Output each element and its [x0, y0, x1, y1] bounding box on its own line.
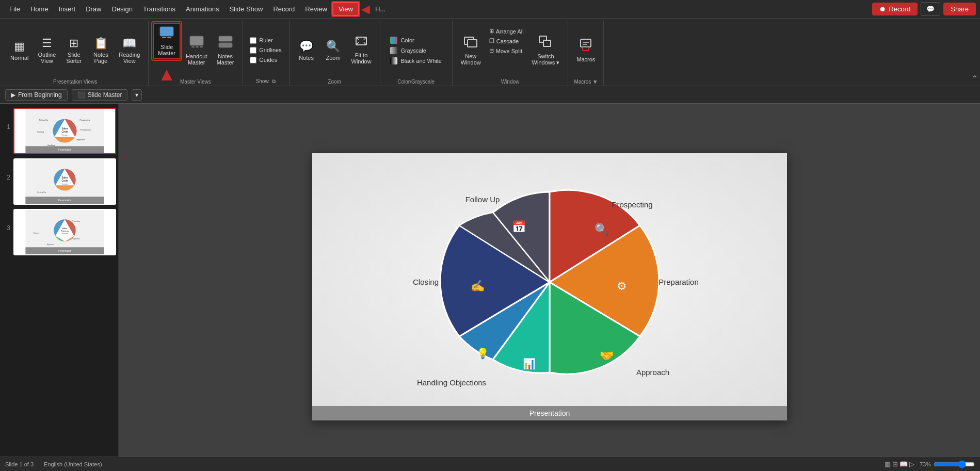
svg-text:Template: Template — [61, 183, 68, 185]
svg-rect-8 — [219, 43, 232, 47]
guides-checkbox-row[interactable]: Guides — [248, 56, 283, 64]
menu-view[interactable]: View — [332, 2, 359, 16]
presentation-views-group: ▦ Normal ☰ OutlineView ⊞ SlideSorter 📋 N… — [2, 21, 149, 86]
slide-thumb-3[interactable]: Sales Process Template Prospecting Prepa… — [13, 209, 116, 255]
new-window-btn[interactable]: NewWindow — [457, 23, 485, 78]
normal-view-btn[interactable]: ▦ Normal — [6, 23, 33, 78]
comment-button[interactable]: 💬 — [921, 2, 940, 16]
sub-toolbar-dropdown[interactable]: ▾ — [132, 89, 142, 101]
slide-item-1[interactable]: 1 Sales Cycle Template Prospecting Prepa… — [2, 108, 116, 154]
cascade-btn[interactable]: ❐ Cascade — [486, 37, 527, 45]
move-split-btn[interactable]: ⊟ Move Split — [486, 46, 527, 55]
grayscale-btn[interactable]: Grayscale — [387, 46, 444, 55]
slide-thumb-2[interactable]: Sales Cycle Template Preparation Follow … — [13, 158, 116, 205]
handout-master-btn[interactable]: HandoutMaster — [182, 23, 212, 78]
svg-rect-4 — [191, 46, 195, 47]
menu-file[interactable]: File — [4, 3, 25, 15]
zoom-group: 💬 Notes 🔍 Zoom — [290, 21, 380, 86]
svg-rect-2 — [167, 37, 171, 38]
svg-text:Cycle: Cycle — [61, 131, 68, 133]
slide-number-1: 1 — [2, 123, 10, 131]
macros-expand-icon[interactable]: ▼ — [592, 79, 598, 85]
menu-draw[interactable]: Draw — [81, 3, 106, 15]
slide-sorter-btn[interactable]: ⊞ SlideSorter — [61, 23, 87, 78]
slide-master-sub-btn[interactable]: ⬛ Slide Master — [72, 89, 128, 101]
svg-text:Handling Objections: Handling Objections — [416, 378, 486, 387]
window-label: Window — [501, 78, 520, 85]
main-area: 1 Sales Cycle Template Prospecting Prepa… — [0, 104, 980, 469]
menu-record[interactable]: Record — [268, 3, 300, 15]
menu-animations[interactable]: Animations — [181, 3, 224, 15]
slide-item-3[interactable]: 3 Sales Process Template Prospecting Pre… — [2, 209, 116, 255]
fit-to-window-btn[interactable]: Fit toWindow — [347, 23, 376, 78]
svg-text:⚙: ⚙ — [617, 280, 627, 293]
slide-sorter-bottom-btn[interactable]: ⊞ — [892, 460, 898, 468]
menu-insert[interactable]: Insert — [54, 3, 81, 15]
window-group: NewWindow ⊞ Arrange All ❐ Cascade ⊟ Move… — [453, 21, 569, 86]
zoom-btn[interactable]: 🔍 Zoom — [320, 23, 346, 78]
svg-text:Sales: Sales — [62, 176, 68, 179]
grayscale-swatch — [390, 47, 397, 54]
ribbon-tabs: ▦ Normal ☰ OutlineView ⊞ SlideSorter 📋 N… — [0, 19, 980, 86]
svg-text:Preparation: Preparation — [72, 238, 80, 240]
slide-item-2[interactable]: 2 Sales Cycle Template Preparation Follo… — [2, 158, 116, 205]
reading-view-bottom-btn[interactable]: 📖 — [899, 460, 908, 468]
gridlines-checkbox[interactable] — [250, 47, 256, 54]
svg-text:Template: Template — [61, 233, 68, 235]
zoom-slider[interactable] — [934, 460, 975, 468]
notes-master-btn[interactable]: NotesMaster — [213, 23, 238, 78]
normal-view-bottom-btn[interactable]: ▦ — [885, 460, 891, 468]
menu-home[interactable]: Home — [25, 3, 54, 15]
svg-text:Follow Up: Follow Up — [37, 191, 46, 193]
reading-view-icon: 📖 — [122, 37, 136, 50]
menu-design[interactable]: Design — [107, 3, 138, 15]
svg-text:Follow Up: Follow Up — [39, 119, 48, 121]
show-col: Ruler Gridlines Guides — [248, 23, 283, 77]
color-btn[interactable]: Color — [387, 36, 444, 45]
zoom-icon: 🔍 — [326, 40, 340, 53]
ruler-checkbox[interactable] — [250, 37, 256, 44]
svg-rect-5 — [196, 46, 199, 47]
menu-transitions[interactable]: Transitions — [138, 3, 181, 15]
show-expand-icon[interactable]: ⧉ — [272, 78, 276, 84]
slide-panel: 1 Sales Cycle Template Prospecting Prepa… — [0, 104, 119, 469]
outline-view-btn[interactable]: ☰ OutlineView — [34, 23, 60, 78]
master-views-label: Master Views — [180, 78, 211, 85]
macros-label: Macros ▼ — [574, 78, 598, 85]
slide-thumb-1[interactable]: Sales Cycle Template Prospecting Prepara… — [13, 108, 116, 154]
menu-review[interactable]: Review — [300, 3, 332, 15]
record-button[interactable]: ⏺ Record — [872, 3, 918, 15]
up-arrow-indicator: ▲ — [157, 63, 176, 85]
switch-windows-btn[interactable]: SwitchWindows ▾ — [528, 23, 564, 78]
menu-slideshow[interactable]: Slide Show — [224, 3, 268, 15]
menu-bar: File Home Insert Draw Design Transitions… — [0, 0, 980, 19]
macros-row: Macros — [572, 23, 599, 78]
from-beginning-btn[interactable]: ▶ From Beginning — [5, 89, 68, 101]
view-arrow-indicator: ◀ — [361, 3, 370, 16]
svg-text:Template: Template — [61, 134, 68, 136]
presenter-bottom-btn[interactable]: ▷ — [909, 460, 914, 468]
black-white-btn[interactable]: Black and White — [387, 56, 444, 66]
menu-help[interactable]: H... — [370, 3, 391, 15]
arrange-all-btn[interactable]: ⊞ Arrange All — [486, 27, 527, 36]
top-right-buttons: ⏺ Record 💬 Share — [872, 2, 976, 16]
slide-master-btn[interactable]: SlideMaster — [153, 23, 181, 59]
slide-master-sub-icon: ⬛ — [77, 91, 85, 99]
sub-toolbar: ▶ From Beginning ⬛ Slide Master ▾ — [0, 86, 980, 104]
svg-rect-1 — [162, 37, 166, 38]
notes-btn[interactable]: 💬 Notes — [294, 23, 319, 78]
record-icon: ⏺ — [879, 5, 886, 13]
share-button[interactable]: Share — [943, 3, 976, 15]
notes-page-btn[interactable]: 📋 NotesPage — [88, 23, 114, 78]
macros-btn[interactable]: Macros — [572, 23, 599, 78]
svg-text:Prospecting: Prospecting — [72, 220, 80, 222]
macros-group: Macros Macros ▼ — [568, 21, 604, 86]
new-window-icon — [463, 35, 478, 52]
gridlines-checkbox-row[interactable]: Gridlines — [248, 46, 283, 55]
ruler-checkbox-row[interactable]: Ruler — [248, 36, 283, 45]
svg-text:Cycle: Cycle — [61, 180, 68, 182]
ribbon-collapse-btn[interactable]: ⌃ — [971, 74, 978, 84]
guides-checkbox[interactable] — [250, 57, 256, 63]
reading-view-btn[interactable]: 📖 ReadingView — [115, 23, 144, 78]
notes-page-icon: 📋 — [94, 37, 108, 50]
